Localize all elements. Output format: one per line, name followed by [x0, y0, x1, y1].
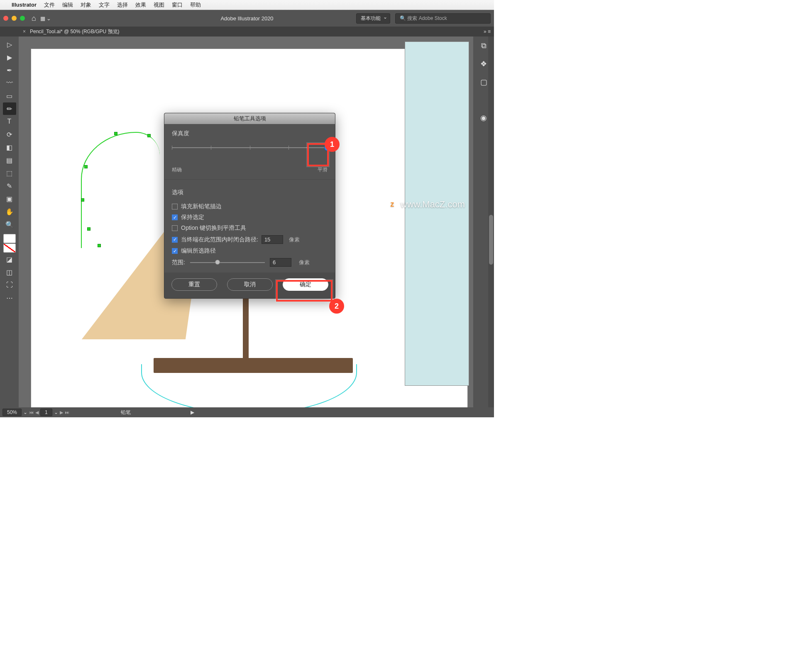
- artboard-nav-prev-icon[interactable]: ◀: [35, 410, 39, 415]
- curvature-tool-icon[interactable]: 〰: [3, 77, 16, 89]
- dialog-title[interactable]: 铅笔工具选项: [164, 113, 335, 124]
- shape-builder-tool-icon[interactable]: ⬚: [3, 167, 16, 179]
- app-titlebar: ⌂ ▦ ⌄ Adobe Illustrator 2020 基本功能 🔍 搜索 A…: [0, 10, 494, 27]
- tab-close-icon[interactable]: ×: [23, 29, 26, 34]
- artboard-nav-next-icon[interactable]: ▶: [60, 410, 63, 415]
- color-mode-icon[interactable]: ◪: [3, 253, 16, 265]
- app-title: Adobe Illustrator 2020: [220, 15, 273, 22]
- anchor-point[interactable]: [87, 227, 90, 231]
- eyedropper-tool-icon[interactable]: ✎: [3, 180, 16, 192]
- current-tool-label: 铅笔: [121, 409, 131, 416]
- scrollbar-thumb[interactable]: [489, 215, 493, 265]
- checkbox-option-smooth[interactable]: [172, 225, 178, 231]
- workspace-dropdown[interactable]: 基本功能: [356, 13, 390, 24]
- pencil-tool-icon[interactable]: ✏: [3, 102, 16, 115]
- document-tab[interactable]: Pencil_Tool.ai* @ 50% (RGB/GPU 预览): [30, 28, 120, 35]
- close-distance-input[interactable]: [262, 235, 283, 244]
- artboard-tool-icon[interactable]: ▣: [3, 192, 16, 205]
- checkbox-fill-new-strokes[interactable]: [172, 204, 178, 209]
- checkbox-edit-selected[interactable]: ✓: [172, 248, 178, 254]
- opt-edit-label: 编辑所选路径: [181, 247, 216, 255]
- search-input[interactable]: 🔍 搜索 Adobe Stock: [395, 13, 491, 24]
- pencil-tool-options-dialog: 铅笔工具选项 保真度 精确 平滑 选项 填充新铅笔描边 ✓保持选定 Option…: [164, 113, 335, 299]
- artboard-nav-last-icon[interactable]: ⏭: [65, 410, 69, 415]
- opt-keep-label: 保持选定: [181, 214, 204, 221]
- navigator-preview[interactable]: [405, 41, 469, 386]
- checkbox-keep-selected[interactable]: ✓: [172, 214, 178, 220]
- reset-button[interactable]: 重置: [171, 278, 217, 291]
- screen-mode-icon[interactable]: ⛶: [3, 279, 16, 291]
- fidelity-left-label: 精确: [172, 166, 182, 173]
- anchor-point[interactable]: [98, 244, 101, 247]
- arrange-icon[interactable]: ▦ ⌄: [40, 15, 51, 22]
- watermark: Z www.MacZ.com: [387, 199, 465, 210]
- pen-tool-icon[interactable]: ✒: [3, 64, 16, 76]
- callout-badge-1: 1: [325, 137, 340, 152]
- zoom-chevron-icon[interactable]: ⌄: [23, 409, 27, 415]
- rectangle-tool-icon[interactable]: ▭: [3, 90, 16, 102]
- menu-help[interactable]: 帮助: [190, 1, 201, 9]
- callout-badge-2: 2: [329, 299, 344, 314]
- menu-type[interactable]: 文字: [99, 1, 110, 9]
- menu-view[interactable]: 视图: [154, 1, 164, 9]
- rotate-tool-icon[interactable]: ⟳: [3, 128, 16, 141]
- artboard-nav-first-icon[interactable]: ⏮: [29, 410, 34, 415]
- type-tool-icon[interactable]: T: [3, 115, 16, 128]
- status-chevron-icon[interactable]: ▶: [191, 409, 194, 415]
- menu-select[interactable]: 选择: [117, 1, 128, 9]
- artwork-hull-path: [141, 364, 357, 407]
- opt-close-label: 当终端在此范围内时闭合路径:: [181, 236, 258, 243]
- fidelity-slider[interactable]: [172, 144, 328, 161]
- unit-pixels: 像素: [289, 236, 300, 243]
- selection-tool-icon[interactable]: ▷: [3, 38, 16, 51]
- fidelity-label: 保真度: [172, 130, 328, 137]
- edit-range-input[interactable]: [270, 258, 291, 267]
- anchor-point[interactable]: [147, 134, 151, 137]
- app-menu[interactable]: Illustrator: [12, 2, 37, 8]
- vertical-scrollbar[interactable]: [488, 37, 494, 407]
- menu-file[interactable]: 文件: [44, 1, 55, 9]
- window-controls: [3, 16, 25, 21]
- zoom-icon[interactable]: [20, 16, 25, 21]
- edit-range-thumb[interactable]: [215, 260, 220, 265]
- anchor-point[interactable]: [84, 165, 88, 168]
- layers-panel-icon[interactable]: ❖: [480, 59, 487, 68]
- opt-fill-label: 填充新铅笔描边: [181, 203, 222, 210]
- opt-option-smooth-label: Option 键切换到平滑工具: [181, 224, 246, 232]
- draw-mode-icon[interactable]: ◫: [3, 266, 16, 278]
- artboard-chevron-icon[interactable]: ⌄: [54, 409, 58, 415]
- minimize-icon[interactable]: [12, 16, 17, 21]
- anchor-point[interactable]: [114, 132, 117, 135]
- edit-range-slider[interactable]: [190, 262, 265, 263]
- anchor-point[interactable]: [81, 198, 84, 202]
- status-bar: 50% ⌄ ⏮ ◀ 1 ⌄ ▶ ⏭ 铅笔 ▶: [0, 407, 494, 417]
- artboard-number[interactable]: 1: [40, 409, 52, 416]
- zoom-level[interactable]: 50%: [2, 409, 22, 416]
- direct-selection-tool-icon[interactable]: ▶: [3, 51, 16, 63]
- stroke-swatch[interactable]: [3, 243, 16, 253]
- zoom-tool-icon[interactable]: 🔍: [3, 218, 16, 231]
- close-icon[interactable]: [3, 16, 8, 21]
- edit-toolbar-icon[interactable]: ⋯: [3, 292, 16, 304]
- menu-object[interactable]: 对象: [81, 1, 91, 9]
- document-tabs: × Pencil_Tool.ai* @ 50% (RGB/GPU 预览) » ≡: [0, 27, 494, 37]
- home-icon[interactable]: ⌂: [32, 14, 36, 23]
- eraser-tool-icon[interactable]: ◧: [3, 141, 16, 153]
- mac-menubar: Illustrator 文件 编辑 对象 文字 选择 效果 视图 窗口 帮助: [0, 0, 494, 10]
- tab-overflow-icon[interactable]: » ≡: [484, 29, 491, 34]
- fill-swatch[interactable]: [3, 234, 16, 243]
- gradient-tool-icon[interactable]: ▤: [3, 154, 16, 166]
- cancel-button[interactable]: 取消: [227, 278, 273, 291]
- menu-edit[interactable]: 编辑: [62, 1, 73, 9]
- menu-effect[interactable]: 效果: [135, 1, 146, 9]
- menu-window[interactable]: 窗口: [172, 1, 183, 9]
- search-placeholder: 搜索 Adobe Stock: [407, 15, 447, 21]
- libraries-panel-icon[interactable]: ▢: [480, 78, 487, 87]
- checkbox-close-paths[interactable]: ✓: [172, 237, 178, 243]
- properties-panel-icon[interactable]: ⧉: [481, 41, 487, 50]
- selected-path[interactable]: [81, 132, 160, 248]
- hand-tool-icon[interactable]: ✋: [3, 205, 16, 218]
- appearance-panel-icon[interactable]: ◉: [480, 113, 487, 122]
- toolbar: ▷ ▶ ✒ 〰 ▭ ✏ T ⟳ ◧ ▤ ⬚ ✎ ▣ ✋ 🔍 ◪ ◫ ⛶ ⋯: [0, 37, 19, 407]
- fidelity-right-label: 平滑: [318, 166, 328, 173]
